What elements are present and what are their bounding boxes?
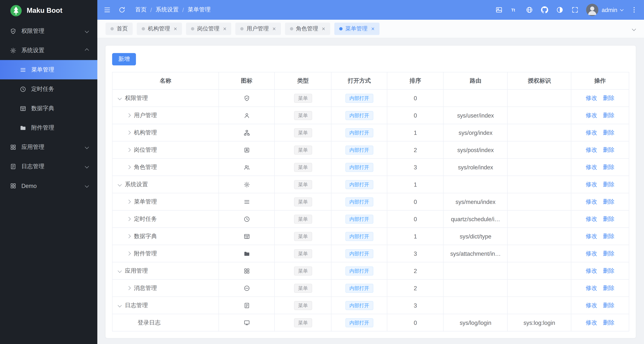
- fullscreen-icon[interactable]: [571, 6, 579, 14]
- tab-5[interactable]: 菜单管理×: [334, 23, 380, 35]
- close-icon[interactable]: ×: [174, 26, 177, 32]
- tab-label: 机构管理: [148, 25, 170, 33]
- edit-link[interactable]: 修改: [586, 112, 597, 118]
- open-mode-tag: 内部打开: [345, 301, 373, 310]
- expander-right-icon[interactable]: [127, 217, 131, 221]
- sidebar-item-attachment-management[interactable]: 附件管理: [0, 118, 97, 137]
- column-header: 排序: [387, 72, 444, 89]
- breadcrumb-separator: /: [150, 7, 152, 13]
- tab-1[interactable]: 机构管理×: [137, 23, 182, 35]
- theme-icon[interactable]: [556, 6, 564, 14]
- edit-link[interactable]: 修改: [586, 232, 597, 239]
- image-icon[interactable]: [495, 6, 503, 14]
- edit-link[interactable]: 修改: [586, 267, 597, 274]
- expander-right-icon[interactable]: [127, 286, 131, 290]
- role-icon: [244, 164, 250, 171]
- edit-link[interactable]: 修改: [586, 94, 597, 101]
- expander-right-icon[interactable]: [127, 251, 131, 256]
- delete-link[interactable]: 删除: [603, 146, 614, 153]
- edit-link[interactable]: 修改: [586, 198, 597, 205]
- tab-2[interactable]: 岗位管理×: [186, 23, 231, 35]
- breadcrumb-item[interactable]: 系统设置: [156, 6, 179, 14]
- delete-link[interactable]: 删除: [603, 319, 614, 325]
- add-button[interactable]: 新增: [112, 53, 136, 66]
- menu-icon: [20, 67, 26, 73]
- delete-link[interactable]: 删除: [603, 198, 614, 205]
- delete-link[interactable]: 删除: [603, 129, 614, 136]
- logo-icon: [10, 5, 22, 17]
- delete-link[interactable]: 删除: [603, 112, 614, 118]
- edit-link[interactable]: 修改: [586, 146, 597, 153]
- close-icon[interactable]: ×: [272, 26, 276, 32]
- expander-down-icon[interactable]: [118, 96, 122, 100]
- font-size-icon[interactable]: Tt: [510, 6, 518, 14]
- sidebar-item-data-dictionary[interactable]: 数据字典: [0, 99, 97, 118]
- delete-link[interactable]: 删除: [603, 267, 614, 274]
- close-icon[interactable]: ×: [322, 26, 325, 32]
- table-row: 附件管理菜单内部打开3sys/attachment/in…修改删除: [112, 245, 629, 262]
- tab-4[interactable]: 角色管理×: [285, 23, 330, 35]
- login-log-icon: [244, 319, 250, 326]
- edit-link[interactable]: 修改: [586, 250, 597, 256]
- expander-right-icon[interactable]: [127, 234, 131, 238]
- expander-down-icon[interactable]: [118, 303, 122, 307]
- table-row: 日志管理菜单内部打开3修改删除: [112, 297, 629, 314]
- edit-link[interactable]: 修改: [586, 284, 597, 291]
- edit-link[interactable]: 修改: [586, 181, 597, 187]
- breadcrumb-item[interactable]: 首页: [135, 6, 147, 14]
- breadcrumb-item[interactable]: 菜单管理: [188, 6, 210, 14]
- delete-link[interactable]: 删除: [603, 94, 614, 101]
- expander-right-icon[interactable]: [127, 130, 131, 135]
- dict-icon: [20, 105, 26, 112]
- delete-link[interactable]: 删除: [603, 215, 614, 222]
- sidebar-item-app-management[interactable]: 应用管理: [0, 137, 97, 157]
- more-vertical-icon[interactable]: [630, 6, 638, 14]
- collapse-icon[interactable]: [103, 6, 112, 14]
- edit-link[interactable]: 修改: [586, 163, 597, 170]
- expander-down-icon[interactable]: [118, 182, 122, 187]
- close-icon[interactable]: ×: [223, 26, 226, 32]
- user-menu[interactable]: admin: [586, 4, 623, 16]
- sidebar-item-system-settings[interactable]: 系统设置: [0, 41, 97, 60]
- route-value: sys/dict/type: [444, 228, 508, 245]
- expander-right-icon[interactable]: [127, 200, 131, 204]
- table-row: 数据字典菜单内部打开1sys/dict/type修改删除: [112, 228, 629, 245]
- edit-link[interactable]: 修改: [586, 319, 597, 325]
- open-mode-tag: 内部打开: [345, 214, 373, 223]
- tabs-dropdown[interactable]: [628, 24, 639, 34]
- sidebar-item-demo[interactable]: Demo: [0, 176, 97, 195]
- delete-link[interactable]: 删除: [603, 163, 614, 170]
- sidebar-item-menu-management[interactable]: 菜单管理: [0, 60, 97, 79]
- tab-3[interactable]: 用户管理×: [236, 23, 281, 35]
- edit-link[interactable]: 修改: [586, 301, 597, 308]
- delete-link[interactable]: 删除: [603, 284, 614, 291]
- tab-0[interactable]: 首页: [106, 23, 133, 35]
- menu-name: 应用管理: [125, 267, 148, 274]
- expander-right-icon[interactable]: [127, 113, 131, 117]
- github-icon[interactable]: [540, 6, 549, 14]
- type-tag: 菜单: [294, 266, 312, 275]
- edit-link[interactable]: 修改: [586, 215, 597, 222]
- sidebar-item-permissions[interactable]: 权限管理: [0, 22, 97, 41]
- delete-link[interactable]: 删除: [603, 301, 614, 308]
- delete-link[interactable]: 删除: [603, 181, 614, 187]
- logo[interactable]: Maku Boot: [0, 0, 97, 22]
- menu-icon: [244, 199, 250, 205]
- type-tag: 菜单: [294, 249, 312, 258]
- edit-link[interactable]: 修改: [586, 129, 597, 136]
- language-icon[interactable]: [525, 6, 534, 14]
- refresh-icon[interactable]: [118, 6, 126, 14]
- expander-right-icon[interactable]: [127, 148, 131, 152]
- expander-down-icon[interactable]: [118, 269, 122, 273]
- logo-text: Maku Boot: [27, 7, 62, 15]
- auth-value: [508, 107, 571, 124]
- column-header: 打开方式: [332, 72, 387, 89]
- sidebar-item-log-management[interactable]: 日志管理: [0, 157, 97, 176]
- sort-value: 1: [387, 124, 444, 141]
- delete-link[interactable]: 删除: [603, 232, 614, 239]
- close-icon[interactable]: ×: [371, 26, 374, 32]
- avatar: [586, 4, 598, 16]
- delete-link[interactable]: 删除: [603, 250, 614, 256]
- expander-right-icon[interactable]: [127, 165, 131, 169]
- sidebar-item-scheduled-tasks[interactable]: 定时任务: [0, 79, 97, 99]
